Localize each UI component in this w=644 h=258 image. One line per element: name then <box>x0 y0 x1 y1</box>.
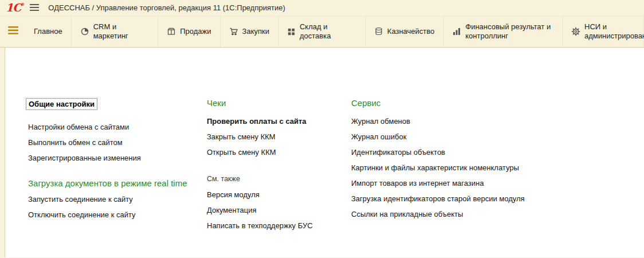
section-tab-warehouse[interactable]: Склад и доставка <box>278 16 366 47</box>
sales-box-icon <box>167 27 176 36</box>
link-run-site-exchange[interactable]: Выполнить обмен с сайтом <box>28 135 123 150</box>
section-tab-label: CRM и маркетинг <box>93 22 150 41</box>
link-stop-site-connection[interactable]: Отключить соединение к сайту <box>28 207 136 222</box>
group-header-see-also: См. также <box>207 175 240 183</box>
sections-menu-button[interactable] <box>0 16 25 47</box>
link-site-exchange-settings[interactable]: Настройки обмена с сайтами <box>28 119 129 135</box>
group-header-receipts: Чеки <box>207 98 226 108</box>
menu-column-service: Сервис Журнал обменов Журнал ошибок Иден… <box>351 98 644 222</box>
hamburger-icon <box>30 3 39 13</box>
section-menu-panel: Общие настройки Настройки обмена с сайта… <box>5 48 644 257</box>
section-tab-treasury[interactable]: Казначейство <box>366 16 443 47</box>
link-close-kkm-shift[interactable]: Закрыть смену ККМ <box>207 129 276 144</box>
link-documentation[interactable]: Документация <box>207 202 257 218</box>
window-title: ОДЕССНАБ / Управление торговлей, редакци… <box>48 3 285 12</box>
section-tab-label: Склад и доставка <box>300 22 356 41</box>
section-tab-sales[interactable]: Продажи <box>158 16 220 47</box>
group-header-realtime: Загрузка документов в режиме real time <box>28 178 187 189</box>
link-open-kkm-shift[interactable]: Открыть смену ККМ <box>207 144 276 160</box>
link-check-site-payments[interactable]: Проверить оплаты с сайта <box>207 114 307 129</box>
section-tab-purchases[interactable]: Закупки <box>221 16 278 47</box>
section-tab-label: НСИ и администрирование <box>584 22 635 41</box>
purchases-cart-icon <box>229 27 238 36</box>
section-tab-crm[interactable]: CRM и маркетинг <box>72 16 159 47</box>
section-tab-label: Главное <box>34 27 62 36</box>
sections-panel: Главное CRM и маркетинг Продажи Закупки <box>0 16 644 48</box>
link-start-site-connection[interactable]: Запустить соединение к сайту <box>28 191 133 207</box>
link-load-old-identifiers[interactable]: Загрузка идентификаторов старой версии м… <box>351 191 525 206</box>
section-tab-label: Закупки <box>242 27 269 36</box>
link-registered-changes[interactable]: Зарегистрированные изменения <box>28 150 141 166</box>
link-object-identifiers[interactable]: Идентификаторы объектов <box>351 144 445 160</box>
gear-icon <box>571 27 580 36</box>
crm-pie-icon <box>80 27 89 36</box>
section-tab-label: Казначейство <box>387 27 434 36</box>
link-general-settings[interactable]: Общие настройки <box>26 98 97 110</box>
section-tab-label: Продажи <box>180 27 211 36</box>
hamburger-icon <box>8 26 18 37</box>
1c-logo: 1С® <box>6 2 24 13</box>
link-error-journal[interactable]: Журнал ошибок <box>351 129 406 144</box>
group-header-service: Сервис <box>351 98 380 108</box>
menu-column-settings: Общие настройки Настройки обмена с сайта… <box>28 98 207 222</box>
section-tab-finance[interactable]: Финансовый результат и контроллинг <box>443 16 563 47</box>
link-exchange-journal[interactable]: Журнал обменов <box>351 114 410 129</box>
menu-column-receipts: Чеки Проверить оплаты с сайта Закрыть см… <box>207 98 351 233</box>
link-pictures-files-characteristics[interactable]: Картинки и файлы характеристик номенклат… <box>351 160 519 175</box>
link-import-goods[interactable]: Импорт товаров из интернет магазина <box>351 175 484 191</box>
window-titlebar: 1С® ОДЕССНАБ / Управление торговлей, ред… <box>0 0 644 16</box>
finance-barchart-icon <box>452 27 461 36</box>
warehouse-grid-icon <box>287 28 296 36</box>
main-menu-button[interactable] <box>30 3 39 13</box>
link-applied-object-refs[interactable]: Ссылки на прикладные объекты <box>351 206 463 222</box>
link-module-version[interactable]: Версия модуля <box>207 187 260 202</box>
section-tab-nsi-admin[interactable]: НСИ и администрирование <box>563 16 644 47</box>
link-write-support[interactable]: Написать в техподдержку БУС <box>207 218 313 233</box>
treasury-coins-icon <box>374 27 383 36</box>
section-tab-main[interactable]: Главное <box>25 16 72 47</box>
section-tab-label: Финансовый результат и контроллинг <box>465 22 553 41</box>
